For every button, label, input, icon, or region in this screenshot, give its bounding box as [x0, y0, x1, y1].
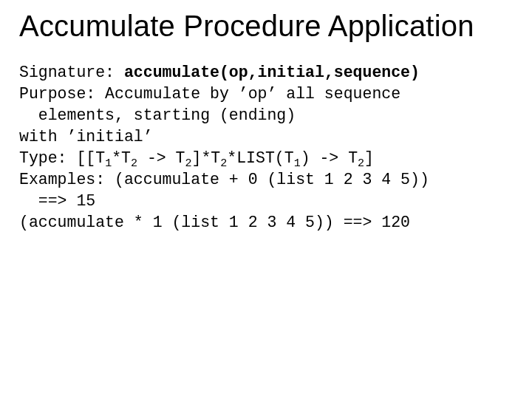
examples-line-2: ==> 15 — [19, 191, 513, 212]
type-star-1: *T — [112, 149, 131, 167]
examples-line-1: Examples: (accumulate + 0 (list 1 2 3 4 … — [19, 169, 513, 191]
type-sub-2d: 2 — [358, 157, 364, 170]
type-close-arrow: ) -> T — [301, 149, 358, 167]
signature-value: accumulate(op,initial,sequence) — [124, 64, 420, 81]
type-sub-2a: 2 — [131, 157, 137, 170]
purpose-line-2: elements, starting (ending) — [19, 105, 513, 126]
type-prefix: Type: [[T — [19, 149, 105, 167]
type-close-bracket: ] — [364, 149, 374, 167]
slide: Accumulate Procedure Application Signatu… — [0, 0, 532, 399]
type-sub-1b: 1 — [294, 157, 301, 170]
type-sub-2c: 2 — [220, 157, 227, 170]
type-arrow-1: -> T — [137, 149, 185, 167]
purpose-line-1: Purpose: Accumulate by ’op’ all sequence — [19, 83, 513, 105]
slide-title: Accumulate Procedure Application — [19, 10, 513, 41]
type-line: Type: [[T1*T2 -> T2]*T2*LIST(T1) -> T2] — [19, 148, 513, 169]
purpose-line-3: with ’initial’ — [19, 126, 513, 148]
signature-label: Signature: — [19, 64, 124, 81]
type-bracket-star: ]*T — [192, 149, 221, 167]
slide-body: Signature: accumulate(op,initial,sequenc… — [19, 62, 513, 233]
type-sub-1a: 1 — [105, 157, 112, 170]
type-sub-2b: 2 — [185, 157, 192, 170]
type-list: *LIST(T — [227, 149, 293, 167]
examples-line-3: (accumulate * 1 (list 1 2 3 4 5)) ==> 12… — [19, 212, 513, 233]
signature-line: Signature: accumulate(op,initial,sequenc… — [19, 62, 513, 83]
